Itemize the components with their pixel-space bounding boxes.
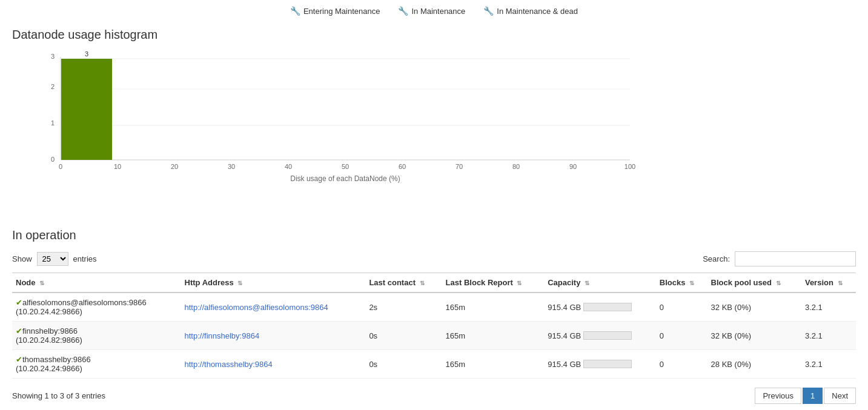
legend-in-maintenance-dead: 🔧 In Maintenance & dead [483,6,578,16]
col-last-block-report[interactable]: Last Block Report ⇅ [442,273,545,293]
col-block-pool-used[interactable]: Block pool used ⇅ [707,273,801,293]
svg-text:0: 0 [59,163,62,170]
cell-blocks: 0 [656,350,707,379]
capacity-value: 915.4 GB [548,303,581,312]
last-block-sort-icon: ⇅ [517,280,522,286]
cell-last-block-report: 165m [442,350,545,379]
capacity-bar-container: 915.4 GB [548,331,652,340]
col-capacity[interactable]: Capacity ⇅ [544,273,656,293]
node-sort-icon: ⇅ [39,280,44,286]
capacity-sort-icon: ⇅ [585,280,589,286]
node-check-icon: ✔ [16,326,22,336]
entering-maintenance-label: Entering Maintenance [303,7,380,16]
next-button[interactable]: Next [824,388,856,404]
cell-node: ✔thomasshelby:9866(10.20.24.24:9866) [12,350,181,379]
table-row: ✔thomasshelby:9866(10.20.24.24:9866)http… [12,350,856,379]
previous-button[interactable]: Previous [755,388,801,404]
pagination-container: Showing 1 to 3 of 3 entries Previous 1 N… [12,388,856,404]
legend-in-maintenance: 🔧 In Maintenance [398,6,465,16]
svg-text:100: 100 [624,163,635,170]
col-http-address[interactable]: Http Address ⇅ [181,273,366,293]
cell-http-address: http://alfiesolomons@alfiesolomons:9864 [181,293,366,322]
node-ip: (10.20.24.82:9866) [16,336,82,345]
http-address-link[interactable]: http://finnshelby:9864 [185,331,260,340]
svg-text:3: 3 [85,51,88,58]
show-entries-control: Show 10 25 50 100 entries [12,252,97,266]
block-pool-sort-icon: ⇅ [776,280,781,286]
cell-node: ✔alfiesolomons@alfiesolomons:9866(10.20.… [12,293,181,322]
cell-block-pool-used: 32 KB (0%) [707,322,801,350]
nodes-table: Node ⇅ Http Address ⇅ Last contact ⇅ Las… [12,273,856,379]
node-ip: (10.20.24.24:9866) [16,364,82,373]
col-last-contact[interactable]: Last contact ⇅ [365,273,442,293]
http-sort-icon: ⇅ [237,280,242,286]
capacity-bar-bg [583,360,632,368]
cell-capacity: 915.4 GB [544,293,656,322]
svg-text:90: 90 [569,163,577,170]
capacity-bar-bg [583,303,632,311]
svg-text:Disk usage of each DataNode (%: Disk usage of each DataNode (%) [290,174,400,183]
table-row: ✔alfiesolomons@alfiesolomons:9866(10.20.… [12,293,856,322]
node-name: finnshelby:9866 [22,326,78,336]
histogram-bar [61,59,112,160]
node-check-icon: ✔ [16,355,22,364]
show-label: Show [12,254,32,263]
table-header-row: Node ⇅ Http Address ⇅ Last contact ⇅ Las… [12,273,856,293]
cell-last-block-report: 165m [442,293,545,322]
http-address-link[interactable]: http://thomasshelby:9864 [185,360,273,369]
search-box: Search: [703,251,856,266]
in-maintenance-dead-icon: 🔧 [483,6,494,16]
capacity-value: 915.4 GB [548,331,581,340]
cell-last-contact: 0s [365,350,442,379]
cell-http-address: http://thomasshelby:9864 [181,350,366,379]
histogram-title: Datanode usage histogram [12,28,856,42]
legend-entering-maintenance: 🔧 Entering Maintenance [290,6,380,16]
node-check-icon: ✔ [16,298,22,307]
http-address-link[interactable]: http://alfiesolomons@alfiesolomons:9864 [185,303,328,312]
col-node[interactable]: Node ⇅ [12,273,181,293]
cell-block-pool-used: 28 KB (0%) [707,350,801,379]
svg-text:60: 60 [399,163,406,170]
col-version[interactable]: Version ⇅ [801,273,856,293]
cell-version: 3.2.1 [801,350,856,379]
last-contact-sort-icon: ⇅ [420,280,425,286]
capacity-bar-container: 915.4 GB [548,303,652,312]
cell-capacity: 915.4 GB [544,322,656,350]
svg-text:3: 3 [51,53,55,60]
entries-select[interactable]: 10 25 50 100 [37,252,68,266]
node-ip: (10.20.24.42:9866) [16,307,82,316]
cell-last-contact: 0s [365,322,442,350]
cell-http-address: http://finnshelby:9864 [181,322,366,350]
cell-block-pool-used: 32 KB (0%) [707,293,801,322]
entries-label: entries [73,254,97,263]
histogram-chart: 0 1 2 3 3 0 10 20 30 40 50 60 70 80 90 1… [36,51,642,184]
showing-entries-text: Showing 1 to 3 of 3 entries [12,391,105,400]
search-label: Search: [703,254,730,263]
cell-last-block-report: 165m [442,322,545,350]
cell-version: 3.2.1 [801,293,856,322]
cell-blocks: 0 [656,322,707,350]
svg-text:50: 50 [342,163,349,170]
svg-text:40: 40 [285,163,292,170]
cell-version: 3.2.1 [801,322,856,350]
svg-text:0: 0 [51,156,55,163]
table-row: ✔finnshelby:9866(10.20.24.82:9866)http:/… [12,322,856,350]
capacity-value: 915.4 GB [548,360,581,369]
svg-text:10: 10 [114,163,121,170]
cell-blocks: 0 [656,293,707,322]
search-input[interactable] [735,251,856,266]
cell-node: ✔finnshelby:9866(10.20.24.82:9866) [12,322,181,350]
in-maintenance-dead-label: In Maintenance & dead [497,7,578,16]
node-name: thomasshelby:9866 [22,355,91,364]
col-blocks[interactable]: Blocks ⇅ [656,273,707,293]
maintenance-legend: 🔧 Entering Maintenance 🔧 In Maintenance … [12,6,856,16]
svg-text:20: 20 [171,163,178,170]
entering-maintenance-icon: 🔧 [290,6,300,16]
histogram-section: Datanode usage histogram 0 1 2 3 3 0 10 … [12,28,856,216]
svg-text:80: 80 [512,163,520,170]
svg-text:30: 30 [228,163,235,170]
svg-text:2: 2 [51,83,55,90]
version-sort-icon: ⇅ [838,280,843,286]
capacity-bar-bg [583,331,632,340]
page-1-button[interactable]: 1 [803,388,823,404]
